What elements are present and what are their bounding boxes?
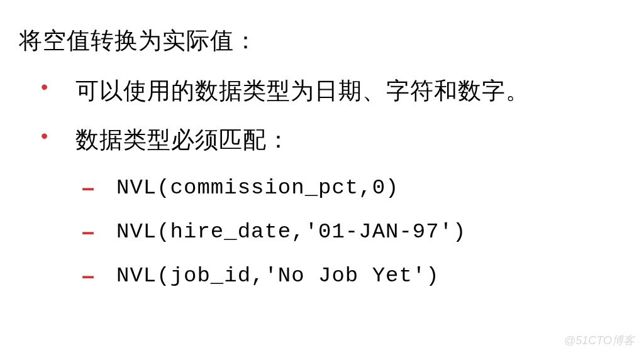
code-example: NVL(job_id,'No Job Yet')	[82, 264, 625, 288]
code-example: NVL(hire_date,'01-JAN-97')	[82, 220, 625, 244]
watermark: @51CTO博客	[564, 333, 635, 348]
code-example: NVL(commission_pct,0)	[82, 176, 625, 200]
list-item: 数据类型必须匹配： NVL(commission_pct,0) NVL(hire…	[41, 124, 625, 288]
bullet-list: 可以使用的数据类型为日期、字符和数字。 数据类型必须匹配： NVL(commis…	[19, 75, 625, 288]
list-item: 可以使用的数据类型为日期、字符和数字。	[41, 75, 625, 107]
document-content: 将空值转换为实际值： 可以使用的数据类型为日期、字符和数字。 数据类型必须匹配：…	[0, 0, 644, 327]
dash-list: NVL(commission_pct,0) NVL(hire_date,'01-…	[75, 176, 625, 288]
heading: 将空值转换为实际值：	[19, 25, 625, 57]
list-item-text: 数据类型必须匹配：	[75, 127, 291, 153]
list-item-text: 可以使用的数据类型为日期、字符和数字。	[75, 78, 530, 104]
